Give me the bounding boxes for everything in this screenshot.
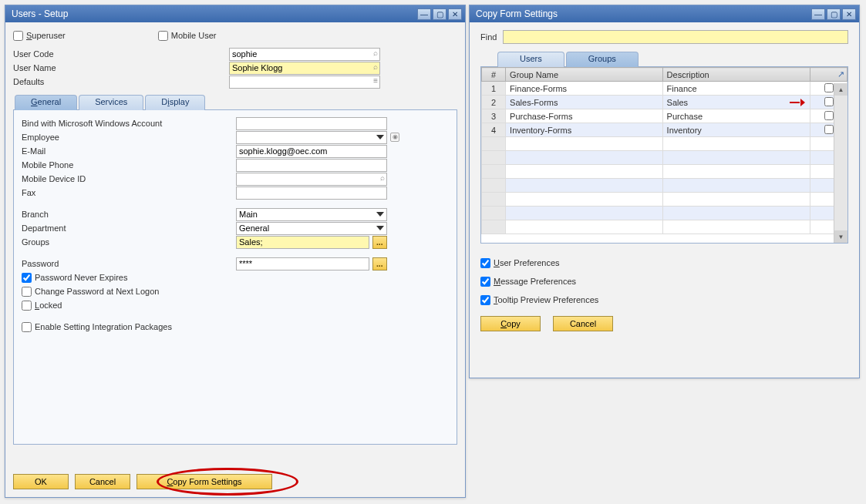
tab-display[interactable]: Display	[145, 95, 205, 110]
col-description[interactable]: Description	[662, 68, 810, 82]
mobile-input[interactable]	[236, 159, 387, 172]
table-row-empty	[482, 151, 847, 165]
row-num: 4	[482, 123, 506, 137]
dept-label: Department	[22, 223, 236, 233]
username-input[interactable]	[229, 62, 380, 75]
tab-general[interactable]: General	[15, 95, 77, 110]
table-row-empty	[482, 179, 847, 193]
email-label: E-Mail	[22, 146, 236, 156]
copy-form-settings-button[interactable]: Copy Form Settings	[136, 474, 272, 489]
row-num: 3	[482, 109, 506, 123]
tab-services[interactable]: Services	[79, 95, 143, 110]
row-desc: Sales	[662, 96, 810, 109]
row-name: Purchase-Forms	[506, 109, 662, 123]
usercode-input[interactable]	[229, 48, 380, 61]
password-never-expires-checkbox[interactable]: Password Never Expires	[22, 270, 449, 284]
table-row-empty	[482, 193, 847, 207]
groups-label: Groups	[22, 237, 236, 247]
table-row[interactable]: 4Inventory-FormsInventory	[482, 123, 847, 137]
bind-input[interactable]	[236, 117, 387, 130]
general-tab-pane: Bind with Microsoft Windows Account Empl…	[13, 109, 457, 445]
maximize-button[interactable]: ▢	[433, 8, 446, 20]
groups-input[interactable]	[236, 236, 369, 249]
defaults-input[interactable]	[229, 76, 380, 89]
password-label: Password	[22, 259, 236, 268]
employee-select[interactable]	[236, 131, 387, 144]
users-setup-window: Users - Setup — ▢ ✕ SSuperuseruperuser M…	[5, 5, 466, 498]
bind-label: Bind with Microsoft Windows Account	[22, 119, 236, 128]
row-desc: Purchase	[662, 109, 810, 123]
row-num: 2	[482, 96, 506, 109]
close-button[interactable]: ✕	[842, 8, 856, 20]
mobile-label: Mobile Phone	[22, 160, 236, 170]
mdevice-input[interactable]	[236, 173, 387, 186]
search-icon[interactable]: ⌕	[380, 173, 385, 182]
row-num: 1	[482, 82, 506, 96]
fax-input[interactable]	[236, 186, 387, 200]
table-row-empty	[482, 220, 847, 234]
search-icon[interactable]: ⌕	[373, 62, 378, 71]
table-row-empty	[482, 165, 847, 179]
groups-grid-pane: ↗ # Group Name Description 1Finance-Form…	[480, 66, 848, 244]
row-desc: Finance	[662, 82, 810, 96]
employee-label: Employee	[22, 133, 236, 142]
mobile-user-checkbox[interactable]: Mobile User	[158, 29, 217, 42]
minimize-button[interactable]: —	[417, 8, 431, 20]
row-name: Finance-Forms	[506, 82, 662, 96]
email-input[interactable]	[236, 145, 387, 158]
scroll-down-icon[interactable]: ▼	[834, 230, 847, 243]
table-row-empty	[482, 137, 847, 151]
scroll-up-icon[interactable]: ▲	[834, 83, 847, 96]
col-num[interactable]: #	[482, 68, 506, 82]
window-title: Copy Form Settings	[476, 8, 811, 19]
table-row[interactable]: 1Finance-FormsFinance	[482, 82, 847, 96]
window-title: Users - Setup	[12, 8, 417, 19]
message-preferences-checkbox[interactable]: Message Preferences	[480, 274, 848, 288]
username-label: User Name	[13, 63, 229, 72]
groups-browse-button[interactable]: ...	[372, 236, 388, 249]
defaults-label: Defaults	[13, 77, 229, 86]
groups-table: # Group Name Description 1Finance-FormsF…	[481, 67, 847, 234]
table-row[interactable]: 3Purchase-FormsPurchase	[482, 109, 847, 123]
list-icon[interactable]: ≡	[373, 76, 378, 85]
password-browse-button[interactable]: ...	[372, 257, 388, 270]
cancel-button[interactable]: Cancel	[553, 316, 613, 331]
expand-icon[interactable]: ↗	[837, 69, 844, 79]
locked-checkbox[interactable]: Locked	[22, 298, 449, 312]
usercode-label: User Code	[13, 49, 229, 59]
row-name: Inventory-Forms	[506, 123, 662, 137]
cancel-button[interactable]: Cancel	[75, 474, 130, 489]
tooltip-preview-checkbox[interactable]: Tooltip Preview Preferences	[480, 293, 848, 307]
table-row[interactable]: 2Sales-FormsSales	[482, 96, 847, 109]
col-group-name[interactable]: Group Name	[506, 68, 662, 82]
mdevice-label: Mobile Device ID	[22, 174, 236, 183]
branch-label: Branch	[22, 210, 236, 219]
fax-label: Fax	[22, 188, 236, 197]
change-password-next-logon-checkbox[interactable]: Change Password at Next Logon	[22, 284, 449, 298]
titlebar[interactable]: Users - Setup — ▢ ✕	[5, 5, 465, 22]
minimize-button[interactable]: —	[811, 8, 825, 20]
superuser-checkbox[interactable]: SSuperuseruperuser	[13, 29, 66, 42]
row-name: Sales-Forms	[506, 96, 662, 109]
titlebar[interactable]: Copy Form Settings — ▢ ✕	[470, 5, 859, 22]
enable-packages-checkbox[interactable]: Enable Setting Integration Packages	[22, 320, 449, 334]
ok-button[interactable]: OK	[13, 474, 69, 489]
employee-detail-icon[interactable]: ◉	[390, 133, 399, 142]
tab-users[interactable]: Users	[497, 52, 564, 67]
scrollbar[interactable]: ▲ ▼	[834, 83, 847, 243]
search-icon[interactable]: ⌕	[373, 49, 378, 57]
copy-form-settings-window: Copy Form Settings — ▢ ✕ Find Users Grou…	[469, 5, 860, 378]
copy-button[interactable]: Copy	[480, 316, 541, 331]
row-desc: Inventory	[662, 123, 810, 137]
maximize-button[interactable]: ▢	[827, 8, 841, 20]
tab-groups[interactable]: Groups	[566, 52, 639, 67]
close-button[interactable]: ✕	[448, 8, 462, 20]
dept-select[interactable]: General	[236, 222, 387, 235]
user-preferences-checkbox[interactable]: User Preferences	[480, 256, 848, 270]
branch-select[interactable]: Main	[236, 208, 387, 221]
password-input[interactable]	[236, 257, 369, 270]
find-label: Find	[480, 32, 497, 42]
find-input[interactable]	[503, 30, 848, 44]
table-row-empty	[482, 207, 847, 220]
